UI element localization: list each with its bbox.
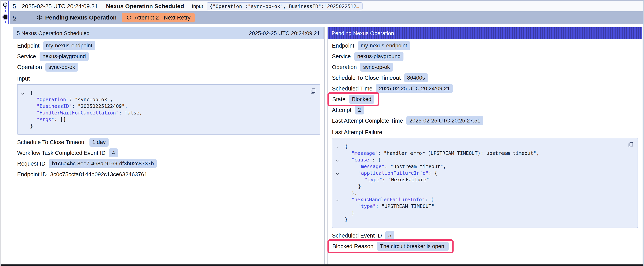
field-value-badge: nexus-playground [354, 52, 404, 61]
json-text: : { [428, 170, 437, 176]
copy-button[interactable] [628, 141, 634, 150]
field-row-schedule-to-close-timeout: Schedule To Close Timeout1 day [17, 138, 320, 147]
json-code-line: } [18, 123, 304, 129]
field-value-badge: my-nexus-endpoint [43, 41, 95, 50]
field-value-link[interactable]: 3c0c75ccfa8144b092c13ce632463761 [50, 171, 147, 178]
json-code-line: "BusinessID": "20250225122409", [18, 103, 304, 110]
field-label: Scheduled Event ID [332, 232, 382, 239]
event-id-link[interactable]: 5 [13, 3, 16, 10]
field-label: Workflow Task Completed Event ID [17, 150, 106, 156]
field-row-endpoint: Endpointmy-nexus-endpoint [17, 41, 320, 50]
field-row-blocked-reason: Blocked ReasonThe circuit breaker is ope… [332, 242, 638, 251]
json-code-line: "cause": { [332, 157, 622, 163]
json-key: "BusinessID" [37, 103, 72, 109]
retry-icon [126, 15, 132, 21]
field-row-workflow-task-completed-event-id: Workflow Task Completed Event ID4 [17, 148, 320, 157]
json-text: { [345, 144, 348, 149]
json-text: }, [352, 190, 357, 196]
json-text: : "UPSTREAM_TIMEOUT" [376, 203, 434, 209]
failure-json-viewer: {"message": "handler error (UPSTREAM_TIM… [332, 138, 638, 228]
pending-event-title: Pending Nexus Operation [45, 14, 117, 21]
json-code-line: "message": "upstream timeout", [332, 163, 622, 170]
json-code-line: "HandlerWaitForCancellation": false, [18, 110, 304, 116]
field-value-badge: The circuit breaker is open. [377, 242, 449, 251]
panel-title: Pending Nexus Operation [332, 30, 394, 37]
copy-button[interactable] [310, 88, 316, 96]
json-code-line: { [332, 143, 622, 150]
json-code-line: } [332, 183, 622, 190]
field-label: Request ID [17, 160, 46, 167]
json-code-line: } [332, 210, 622, 216]
field-label: Schedule To Close Timeout [332, 75, 401, 81]
json-key: "nexusHandlerFailureInfo" [352, 197, 425, 202]
timeline-node-selected-icon [3, 15, 8, 19]
field-label: Service [17, 53, 36, 60]
json-text: : "upstream timeout", [384, 164, 446, 169]
scheduled-panel-header: 5 Nexus Operation Scheduled 2025-02-25 U… [13, 27, 324, 39]
field-label: Last Attempt Complete Time [332, 118, 403, 124]
attempt-retry-label: Attempt 2 · Next Retry [134, 15, 190, 21]
field-row-endpoint: Endpointmy-nexus-endpoint [332, 41, 638, 50]
failure-section-label: Last Attempt Failure [332, 129, 638, 136]
annotation-highlight-box: Blocked ReasonThe circuit breaker is ope… [328, 239, 454, 253]
json-text: : "sync-op-ok", [69, 97, 113, 102]
json-code-line: "Args": [] [18, 116, 304, 123]
event-row-pending-nexus-operation[interactable]: 5 Pending Nexus Operation Attempt 2 · Ne… [10, 11, 643, 24]
event-id-link[interactable]: 5 [13, 14, 16, 21]
json-key: "type" [365, 177, 382, 182]
field-value-badge: Blocked [349, 95, 374, 104]
json-text: } [358, 183, 361, 189]
json-code-line: "type": "NexusFailure" [332, 176, 622, 183]
field-value-badge: 5 [385, 231, 394, 240]
json-text: : "NexusFailure" [382, 177, 429, 182]
field-value-badge: 2025-02-25 UTC 20:24:09.21 [376, 84, 453, 93]
field-value-badge: 4 [109, 148, 118, 157]
json-key: "Operation" [37, 97, 69, 102]
json-text: } [30, 123, 33, 129]
event-timestamp: 2025-02-25 UTC 20:24:09.21 [22, 3, 98, 10]
field-value-badge: 2 [355, 106, 364, 114]
json-key: "applicationFailureInfo" [358, 170, 428, 176]
field-row-scheduled-event-id: Scheduled Event ID5 [332, 231, 638, 240]
field-row-scheduled-time: Scheduled Time2025-02-25 UTC 20:24:09.21 [332, 84, 638, 93]
json-code-line: "Operation": "sync-op-ok", [18, 96, 304, 103]
workflow-history-event-view: 5 2025-02-25 UTC 20:24:09.21 Nexus Opera… [0, 0, 644, 266]
pending-panel-body: Endpointmy-nexus-endpointServicenexus-pl… [328, 41, 642, 251]
pending-asterisk-icon [36, 15, 42, 21]
json-code-line: "type": "UPSTREAM_TIMEOUT" [332, 203, 622, 210]
field-label: Scheduled Time [332, 85, 372, 92]
json-key: "type" [358, 203, 376, 209]
json-key: "message" [352, 150, 378, 156]
json-key: "cause" [352, 157, 372, 163]
json-code-line: } [332, 216, 622, 223]
attempt-retry-badge: Attempt 2 · Next Retry [122, 13, 195, 23]
field-label: Endpoint ID [17, 171, 47, 178]
input-json-viewer: {"Operation": "sync-op-ok","BusinessID":… [17, 84, 320, 135]
field-row-attempt: Attempt2 [332, 106, 638, 114]
pending-operation-detail-panel: Pending Nexus Operation Endpointmy-nexus… [328, 27, 642, 266]
json-text: : "20250225122409", [72, 103, 128, 109]
field-label: Endpoint [17, 43, 40, 49]
json-text: : { [425, 197, 434, 202]
json-text: { [30, 90, 33, 96]
event-row-nexus-operation-scheduled[interactable]: 5 2025-02-25 UTC 20:24:09.21 Nexus Opera… [10, 1, 643, 11]
field-row-state: StateBlocked [332, 95, 638, 104]
field-value-badge: 2025-02-25 UTC 20:25:27.51 [406, 116, 483, 125]
panel-timestamp: 2025-02-25 UTC 20:24:09.21 [249, 30, 320, 37]
field-label: Attempt [332, 107, 352, 113]
json-text: } [345, 217, 348, 222]
field-row-last-attempt-complete-time: Last Attempt Complete Time2025-02-25 UTC… [332, 116, 638, 125]
timeline-active-bar [8, 1, 9, 24]
json-code-line: "applicationFailureInfo": { [332, 170, 622, 176]
scheduled-event-detail-panel: 5 Nexus Operation Scheduled 2025-02-25 U… [13, 27, 325, 264]
input-preview-chip[interactable]: {"Operation":"sync-op-ok","BusinessID":"… [206, 2, 362, 10]
field-label: Endpoint [332, 43, 354, 49]
field-row-operation: Operationsync-op-ok [17, 63, 320, 72]
json-code-line: "message": "handler error (UPSTREAM_TIME… [332, 150, 622, 157]
input-section-label: Input [17, 76, 320, 82]
json-key: "HandlerWaitForCancellation" [37, 110, 119, 116]
json-text: } [352, 210, 354, 216]
field-row-operation: Operationsync-op-ok [332, 63, 638, 72]
field-row-service: Servicenexus-playground [17, 52, 320, 61]
json-text: : { [372, 157, 381, 163]
